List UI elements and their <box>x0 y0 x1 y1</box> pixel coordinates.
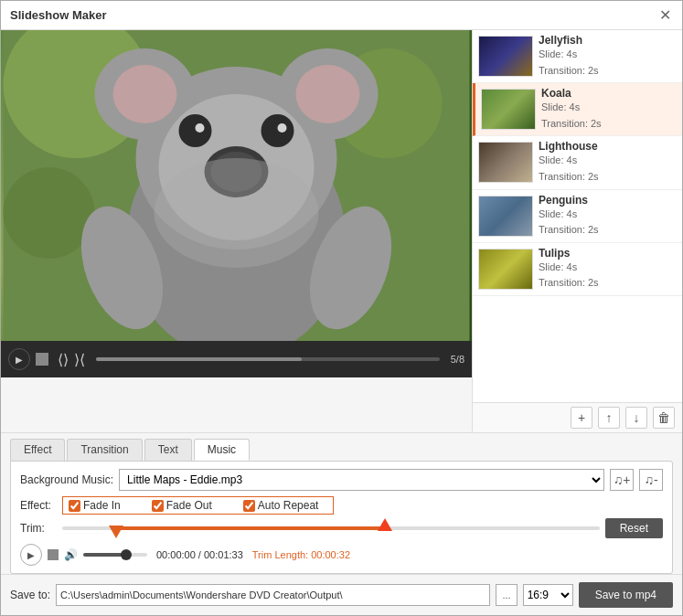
playback-play-button[interactable]: ▶ <box>20 544 42 566</box>
slide-info: PenguinsSlide: 4sTransition: 2s <box>539 194 677 239</box>
main-area: ▶ ⟨⟩ ⟩⟨ 5/8 JellyfishSlide: 4sTransition… <box>1 30 682 432</box>
svg-point-14 <box>261 114 294 147</box>
slide-name: Penguins <box>539 194 677 207</box>
trim-label: Trim: <box>20 522 57 535</box>
slide-detail: Slide: 4sTransition: 2s <box>539 207 677 239</box>
add-slide-button[interactable]: + <box>571 407 592 429</box>
slide-info: TulipsSlide: 4sTransition: 2s <box>539 247 677 292</box>
bg-music-label: Background Music: <box>20 473 113 486</box>
right-panel: JellyfishSlide: 4sTransition: 2sKoalaSli… <box>472 30 682 432</box>
tab-effect[interactable]: Effect <box>10 439 65 461</box>
main-window: Slideshow Maker ✕ <box>0 0 683 616</box>
slide-name: Lighthouse <box>539 140 677 153</box>
move-down-button[interactable]: ↓ <box>625 407 647 429</box>
left-panel: ▶ ⟨⟩ ⟩⟨ 5/8 <box>1 30 472 432</box>
video-preview: ▶ ⟨⟩ ⟩⟨ 5/8 <box>1 30 472 377</box>
slide-name: Jellyfish <box>539 34 677 47</box>
remove-music-button[interactable]: ♫- <box>639 469 663 491</box>
fade-in-checkbox-label: Fade In <box>69 499 121 512</box>
fade-out-checkbox-label: Fade Out <box>152 499 212 512</box>
slide-thumbnail <box>478 36 533 77</box>
browse-button[interactable]: ... <box>496 584 517 606</box>
effect-border-box: Fade In Fade Out Auto Repeat <box>62 496 334 515</box>
video-frame <box>1 30 472 341</box>
save-row: Save to: ... 16:9 4:3 1:1 Save to mp4 <box>1 574 682 615</box>
fade-in-label: Fade In <box>83 499 121 512</box>
fade-out-label: Fade Out <box>166 499 212 512</box>
bg-music-row: Background Music: Little Maps - Eddie.mp… <box>20 469 663 491</box>
slide-name: Tulips <box>539 247 677 260</box>
svg-point-16 <box>278 123 287 133</box>
save-mp4-button[interactable]: Save to mp4 <box>579 582 673 608</box>
slide-item[interactable]: PenguinsSlide: 4sTransition: 2s <box>473 190 682 243</box>
auto-repeat-checkbox[interactable] <box>243 500 255 512</box>
tab-transition[interactable]: Transition <box>67 439 142 461</box>
aspect-ratio-select[interactable]: 16:9 4:3 1:1 <box>523 584 573 606</box>
forward-icon[interactable]: ⟩⟨ <box>74 351 85 368</box>
playback-stop-button[interactable] <box>48 549 59 560</box>
slide-thumbnail <box>478 142 533 183</box>
slide-info: JellyfishSlide: 4sTransition: 2s <box>539 34 677 79</box>
bottom-panel: Effect Transition Text Music Background … <box>1 432 682 615</box>
tab-music[interactable]: Music <box>194 439 250 461</box>
title-bar: Slideshow Maker ✕ <box>1 1 682 30</box>
window-title: Slideshow Maker <box>10 8 106 22</box>
slide-list: JellyfishSlide: 4sTransition: 2sKoalaSli… <box>473 30 682 402</box>
trim-length-display: Trim Length: 00:00:32 <box>252 549 350 560</box>
slide-detail: Slide: 4sTransition: 2s <box>539 260 677 292</box>
slide-item[interactable]: JellyfishSlide: 4sTransition: 2s <box>473 30 682 83</box>
svg-point-15 <box>196 123 205 133</box>
slide-thumbnail <box>478 249 533 290</box>
trim-row: Trim: Reset <box>20 518 663 538</box>
slide-detail: Slide: 4sTransition: 2s <box>539 153 677 185</box>
slide-thumbnail <box>481 89 536 130</box>
move-up-button[interactable]: ↑ <box>598 407 620 429</box>
auto-repeat-checkbox-label: Auto Repeat <box>243 499 319 512</box>
auto-repeat-label: Auto Repeat <box>258 499 319 512</box>
music-tab-content: Background Music: Little Maps - Eddie.mp… <box>10 461 673 574</box>
video-progress-fill <box>96 357 302 361</box>
slide-name: Koala <box>541 87 677 100</box>
slide-info: LighthouseSlide: 4sTransition: 2s <box>539 140 677 185</box>
rewind-icon[interactable]: ⟨⟩ <box>58 351 69 368</box>
trim-handle-right[interactable] <box>378 518 392 531</box>
svg-point-7 <box>113 65 177 123</box>
delete-slide-button[interactable]: 🗑 <box>653 407 675 429</box>
slide-item[interactable]: LighthouseSlide: 4sTransition: 2s <box>473 136 682 189</box>
tab-text[interactable]: Text <box>144 439 192 461</box>
play-pause-button[interactable]: ▶ <box>8 348 30 370</box>
koala-image <box>1 30 472 341</box>
trim-track <box>62 526 600 530</box>
slide-item[interactable]: TulipsSlide: 4sTransition: 2s <box>473 243 682 296</box>
fade-out-checkbox[interactable] <box>152 500 164 512</box>
save-to-label: Save to: <box>10 589 50 601</box>
slide-detail: Slide: 4sTransition: 2s <box>539 47 677 79</box>
svg-point-17 <box>155 158 319 268</box>
volume-slider[interactable] <box>83 553 147 557</box>
time-display: 00:00:00 / 00:01:33 <box>156 549 243 560</box>
tabs-row: Effect Transition Text Music <box>1 433 682 461</box>
close-button[interactable]: ✕ <box>656 7 673 24</box>
svg-point-9 <box>296 65 360 123</box>
music-file-select[interactable]: Little Maps - Eddie.mp3 <box>119 469 604 491</box>
fade-in-checkbox[interactable] <box>69 500 80 512</box>
save-path-input[interactable] <box>56 584 490 606</box>
effect-label: Effect: <box>20 499 57 512</box>
slide-counter: 5/8 <box>451 354 464 365</box>
trim-fill <box>116 526 385 530</box>
trim-handle-left[interactable] <box>109 526 123 538</box>
stop-button[interactable] <box>36 353 48 366</box>
slide-item[interactable]: KoalaSlide: 4sTransition: 2s <box>473 83 682 136</box>
slide-info: KoalaSlide: 4sTransition: 2s <box>541 87 677 132</box>
svg-point-3 <box>4 167 95 259</box>
volume-icon: 🔊 <box>64 548 78 561</box>
add-music-button[interactable]: ♫+ <box>610 469 634 491</box>
slide-actions: + ↑ ↓ 🗑 <box>473 402 682 432</box>
video-progress-bar[interactable] <box>96 357 440 361</box>
playback-row: ▶ 🔊 00:00:00 / 00:01:33 Trim Length: 00:… <box>20 544 663 566</box>
video-controls-bar: ▶ ⟨⟩ ⟩⟨ 5/8 <box>1 341 472 377</box>
slide-thumbnail <box>478 196 533 237</box>
slide-detail: Slide: 4sTransition: 2s <box>541 100 677 132</box>
reset-button[interactable]: Reset <box>605 518 663 538</box>
trim-slider[interactable] <box>62 519 600 537</box>
